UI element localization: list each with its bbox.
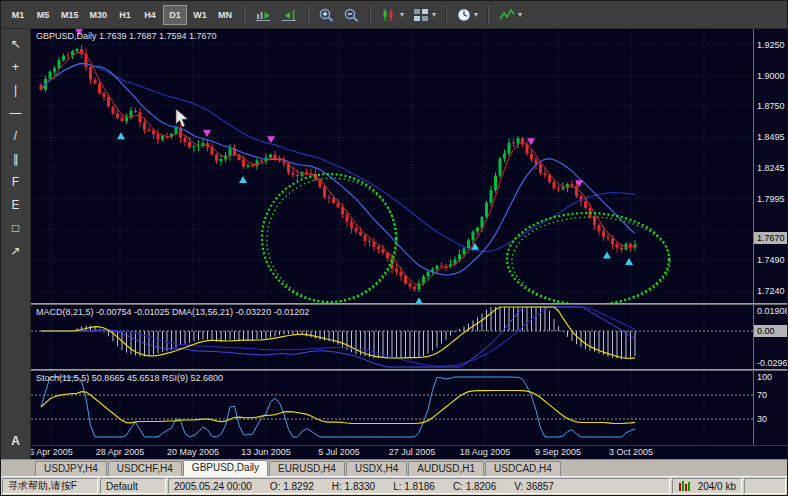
chart-shift-icon [280,7,298,23]
timeframe-button-w1[interactable]: W1 [188,5,212,25]
text-tool[interactable]: A [5,431,27,451]
status-profile-cell[interactable]: Default [100,478,166,494]
shapes-tool[interactable]: □ [5,218,27,238]
time-axis-label: 28 Apr 2005 [96,447,145,457]
chart-shift-button[interactable] [277,5,301,25]
vertical-line-tool[interactable]: | [5,80,27,100]
status-datetime: 2005.05.24 00:00 [174,481,252,492]
time-axis-label: 5 Jul 2005 [318,447,360,457]
chart-tab-audusd-h1[interactable]: AUDUSD,H1 [408,461,484,476]
timeframe-button-m30[interactable]: M30 [85,5,113,25]
price-scale-label: 1.9000 [757,71,785,81]
auto-scroll-icon [254,7,272,23]
chevron-down-icon: ▾ [400,11,404,19]
timeframe-button-d1[interactable]: D1 [163,5,187,25]
macd-scale-label: 0.01908 [757,306,787,316]
chart-tab-usdx-h4[interactable]: USDX,H4 [346,461,407,476]
price-scale-label: 1.9250 [757,40,785,50]
chevron-down-icon: ▾ [474,11,478,19]
status-high: H: 1.8330 [332,481,375,492]
chevron-down-icon: ▾ [518,11,522,19]
zoom-in-icon [318,7,335,23]
trading-terminal: M1M5M15M30H1H4D1W1MN ▾ ▾ ▾ [0,0,788,496]
auto-scroll-button[interactable] [251,5,275,25]
status-help-text: 寻求帮助,请按F [8,479,77,493]
arrow-tool[interactable]: ↗ [5,241,27,261]
chevron-down-icon: ▾ [432,11,436,19]
time-axis[interactable]: 6 Apr 200528 Apr 200520 May 200513 Jun 2… [31,445,787,459]
time-axis-label: 18 Aug 2005 [460,447,511,457]
timeframe-button-h4[interactable]: H4 [138,5,162,25]
tick-chart-icon [678,480,692,492]
status-low: L: 1.8186 [393,481,435,492]
status-quote-cell: 2005.05.24 00:00 O: 1.8292 H: 1.8330 L: … [168,478,670,494]
macd-scale-label: -0.02962 [757,358,787,368]
timeframe-button-h1[interactable]: H1 [113,5,137,25]
new-chart-icon [380,7,398,23]
trendline-tool[interactable]: / [5,126,27,146]
macd-indicator-label: MACD(8,21,5) -0.00754 -0.01025 DMA(13,56… [36,307,309,317]
price-scale-label: 1.8495 [757,132,785,142]
workspace: ↖+|—/∥FE□↗A GBPUSD,Daily 1.7639 1.7687 1… [1,29,787,459]
price-scale-label: 1.8750 [757,101,785,111]
status-filler [744,478,786,494]
period-button[interactable]: ▾ [453,5,481,25]
time-axis-label: 20 May 2005 [167,447,219,457]
timeframe-button-m5[interactable]: M5 [31,5,55,25]
price-scale-label: 1.8245 [757,163,785,173]
cursor-tool[interactable]: ↖ [5,34,27,54]
indicators-button[interactable]: ▾ [495,5,525,25]
chart-tab-usdchf-h4[interactable]: USDCHF,H4 [108,461,182,476]
stoch-scale-label: 100 [757,372,772,382]
time-axis-label: 13 Jun 2005 [241,447,291,457]
toolbar-separator [445,6,447,24]
zoom-in-button[interactable] [315,5,338,25]
channel-tool[interactable]: ∥ [5,149,27,169]
time-axis-label: 6 Apr 2005 [31,447,73,457]
status-volume: V: 36857 [514,481,554,492]
toolbar-separator [369,6,371,24]
timeframe-button-m1[interactable]: M1 [6,5,30,25]
timeframe-button-m15[interactable]: M15 [56,5,84,25]
price-chart-canvas[interactable] [31,29,753,303]
period-clock-icon [456,7,472,23]
macd-axis[interactable]: 0.019080.00-0.02962 [753,305,787,369]
time-axis-label: 27 Jul 2005 [389,447,436,457]
crosshair-tool[interactable]: + [5,57,27,77]
toolbar-separator [307,6,309,24]
elliott-tool[interactable]: E [5,195,27,215]
top-toolbar: M1M5M15M30H1H4D1W1MN ▾ ▾ ▾ [1,1,787,29]
time-axis-label: 3 Oct 2005 [609,447,653,457]
price-pane: GBPUSD,Daily 1.7639 1.7687 1.7594 1.7670… [31,29,787,303]
price-scale-label: 1.7240 [757,286,785,296]
chart-tab-gbpusd-daily[interactable]: GBPUSD,Daily [183,460,268,476]
stoch-indicator-label: Stoch(11,5,5) 50.8665 45.6518 RSI(9) 52.… [36,373,223,383]
status-traffic-cell: 204/0 kb [672,478,742,494]
price-axis[interactable]: 1.92501.90001.87501.84951.82451.79951.74… [753,29,787,303]
chart-tab-usdjpy-h4[interactable]: USDJPY,H4 [35,461,107,476]
price-scale-label: 1.7490 [757,255,785,265]
profiles-button[interactable]: ▾ [409,5,439,25]
drawing-toolbar: ↖+|—/∥FE□↗A [1,29,31,459]
stoch-pane: Stoch(11,5,5) 50.8665 45.6518 RSI(9) 52.… [31,371,787,445]
stoch-axis[interactable]: 1007030 [753,371,787,445]
status-help-cell: 寻求帮助,请按F [2,478,98,494]
status-profile-text: Default [106,481,138,492]
chart-tab-eurusd-h4[interactable]: EURUSD,H4 [269,461,345,476]
chart-tabs-bar: USDJPY,H4USDCHF,H4GBPUSD,DailyEURUSD,H4U… [1,459,787,476]
fibonacci-tool[interactable]: F [5,172,27,192]
status-traffic-text: 204/0 kb [698,481,736,492]
new-chart-button[interactable]: ▾ [377,5,407,25]
stoch-scale-label: 30 [757,414,767,424]
zoom-out-button[interactable] [340,5,363,25]
status-bar: 寻求帮助,请按F Default 2005.05.24 00:00 O: 1.8… [1,476,787,495]
current-price-marker: 1.7670 [754,232,787,244]
timeframe-button-mn[interactable]: MN [213,5,237,25]
toolbar-separator [243,6,245,24]
status-open: O: 1.8292 [270,481,314,492]
chart-tab-usdcad-h4[interactable]: USDCAD,H4 [485,461,561,476]
toolbar-separator [487,6,489,24]
profiles-icon [412,7,430,23]
chart-window: GBPUSD,Daily 1.7639 1.7687 1.7594 1.7670… [31,29,787,459]
horizontal-line-tool[interactable]: — [5,103,27,123]
